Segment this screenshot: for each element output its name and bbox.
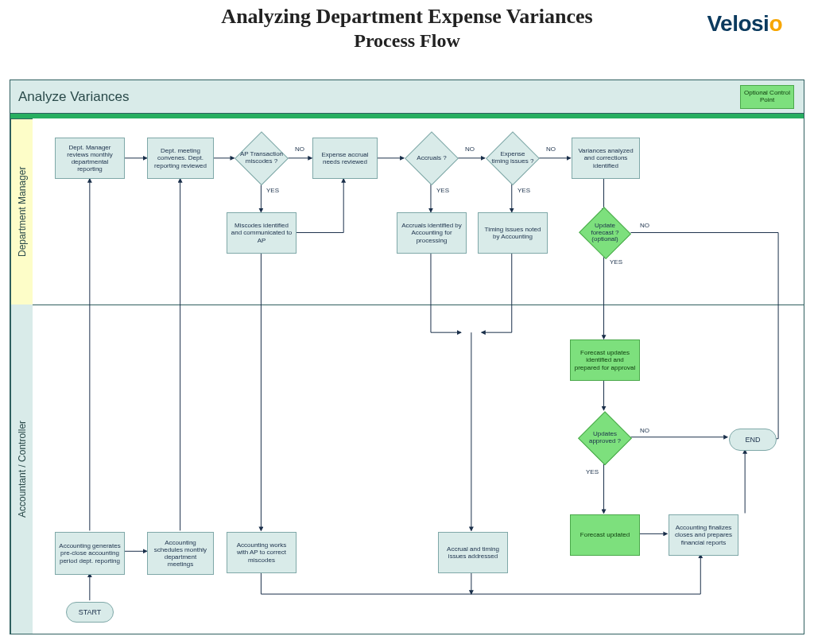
lane-label-accountant-controller: Accountant / Controller [10,305,33,634]
edge-label-yes: YES [436,187,449,194]
box-timing-noted: Timing issues noted by Accounting [478,212,548,254]
edge-label-no: NO [465,145,475,153]
title-line-1: Analyzing Department Expense Variances [0,5,814,29]
box-forecast-updated: Forecast updated [570,514,640,556]
box-accrual-needs: Expense accrual needs reviewed [312,138,378,179]
diagram-title: Analyze Variances [18,89,130,104]
edge-label-no: NO [640,427,649,434]
edge-label-no: NO [295,145,304,153]
edge-label-no: NO [640,222,649,229]
logo-text-primary: Velosi [707,11,769,36]
edge-label-yes: YES [610,258,622,266]
velosio-logo: Velosio [707,11,782,37]
box-miscodes-identified: Miscodes identified and communicated to … [227,212,297,254]
lane-canvas: Dept. Manager reviews monthly department… [33,118,804,634]
edge-label-yes: YES [266,187,279,194]
decision-updates-approved: Updates approved ? [578,411,632,465]
edge-label-no: NO [546,145,556,153]
box-variance-analyzed: Variances analyzed and corrections ident… [572,138,640,179]
box-accrual-timing-addressed: Accrual and timing issues addressed [438,532,508,573]
edge-label-yes: YES [517,187,530,194]
page-title: Analyzing Department Expense Variances P… [0,5,814,52]
box-accruals-identified: Accruals identified by Accounting for pr… [397,212,467,254]
decision-timing: Expense timing issues ? [486,131,540,185]
decision-update-forecast: Update forecast ? (optional) [578,208,632,258]
box-preclose-reporting: Accounting generates pre-close accountin… [55,532,125,575]
logo-text-accent: o [769,11,782,36]
decision-ap-miscodes: AP Transaction miscodes ? [235,131,289,185]
terminator-start: START [66,602,114,623]
box-dept-meeting: Dept. meeting convenes. Dept. reporting … [147,138,214,179]
box-schedule-meetings: Accounting schedules monthly department … [147,532,214,575]
lane-label-department-manager: Department Manager [10,118,33,305]
page: Analyzing Department Expense Variances P… [0,0,814,644]
diagram-title-bar: Analyze Variances Optional Control Point [10,80,804,114]
optional-control-point-legend: Optional Control Point [740,85,794,109]
title-line-2: Process Flow [0,30,814,52]
box-works-with-ap: Accounting works with AP to correct misc… [227,532,297,573]
box-forecast-prep: Forecast updates identified and prepared… [570,339,640,381]
edge-label-yes: YES [586,468,599,475]
lanes: Department Manager Accountant / Controll… [10,118,804,634]
swimlane-diagram: Analyze Variances Optional Control Point… [10,80,804,634]
decision-accruals: Accruals ? [405,131,459,185]
terminator-end: END [729,429,777,451]
box-finalize-reports: Accounting finalizes closes and prepares… [669,514,738,556]
box-review-monthly: Dept. Manager reviews monthly department… [55,138,125,179]
